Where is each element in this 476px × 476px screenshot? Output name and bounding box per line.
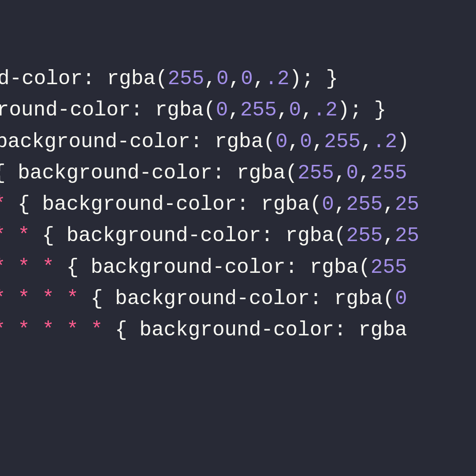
token-punct: ( [334, 224, 346, 247]
token-punct: , [288, 130, 300, 153]
token-selector: * * * [0, 256, 54, 279]
token-punct: { [103, 319, 139, 342]
code-line[interactable]: ckground-color: rgba(0,255,0,.2); } [0, 95, 476, 126]
token-number: 0 [241, 67, 253, 90]
code-line[interactable]: * * { background-color: rgba(255,25 [0, 220, 476, 252]
token-punct: : [190, 130, 215, 153]
token-punct: , [204, 67, 216, 90]
token-punct: , [253, 67, 265, 90]
token-punct: ); } [338, 99, 386, 122]
token-punct: , [383, 193, 395, 216]
token-punct: : [334, 319, 358, 342]
token-punct: : [237, 193, 261, 216]
token-number: 0 [395, 287, 407, 310]
token-func: rgba [358, 319, 407, 342]
token-punct: ( [286, 162, 298, 185]
token-property: background-color [0, 130, 190, 153]
token-number: 0 [300, 130, 312, 153]
token-punct: : [82, 67, 107, 90]
token-punct: , [228, 99, 240, 122]
token-punct: , [334, 193, 346, 216]
token-func: rgba [107, 67, 155, 90]
token-property: background-color [91, 256, 286, 279]
token-punct: ( [358, 256, 371, 279]
token-selector: * [0, 193, 6, 216]
token-func: rgba [215, 130, 263, 153]
token-punct: { [78, 287, 115, 310]
token-punct: : [310, 287, 334, 310]
code-line[interactable]: * * * { background-color: rgba(255 [0, 252, 476, 283]
token-func: rgba [286, 224, 334, 247]
token-number: 0 [289, 99, 301, 122]
token-number: 0 [322, 193, 334, 216]
token-number: 0 [346, 162, 359, 185]
token-punct: , [361, 130, 373, 153]
token-property: background-color [42, 193, 237, 216]
token-punct: : [286, 256, 310, 279]
token-number: 255 [168, 67, 205, 90]
token-number: 255 [371, 162, 407, 185]
token-punct: : [130, 99, 155, 122]
token-punct: { [54, 256, 91, 279]
token-punct: { [30, 224, 67, 247]
token-punct: ( [156, 67, 168, 90]
token-func: rgba [261, 193, 309, 216]
token-number: 255 [346, 193, 383, 216]
token-number: 255 [346, 224, 383, 247]
code-line[interactable]: * * * * * { background-color: rgba [0, 315, 476, 346]
token-punct: , [334, 162, 346, 185]
token-property: background-color [18, 162, 212, 185]
token-number: 255 [324, 130, 361, 153]
token-number: 255 [298, 162, 334, 185]
token-punct: , [277, 99, 289, 122]
token-punct: : [212, 162, 237, 185]
token-punct: : [261, 224, 285, 247]
code-line[interactable]: * { background-color: rgba(0,255,25 [0, 189, 476, 220]
token-punct: ( [310, 193, 322, 216]
token-number: .2 [373, 130, 397, 153]
token-property: ground-color [0, 67, 82, 90]
token-punct: , [301, 99, 313, 122]
token-number: 0 [216, 67, 229, 90]
code-line[interactable]: ground-color: rgba(255,0,0,.2); } [0, 63, 476, 95]
token-property: background-color [67, 224, 261, 247]
token-punct: ) [397, 130, 409, 153]
token-number: 0 [275, 130, 288, 153]
code-line[interactable]: background-color: rgba(0,0,255,.2) [0, 126, 476, 158]
token-punct: ); } [290, 67, 338, 90]
code-line[interactable]: { background-color: rgba(255,0,255 [0, 158, 476, 189]
token-number: .2 [313, 99, 338, 122]
token-number: 0 [216, 99, 228, 122]
token-func: rgba [334, 287, 383, 310]
token-punct: ( [383, 287, 395, 310]
token-number: 25 [395, 193, 419, 216]
token-punct: , [383, 224, 395, 247]
token-punct: , [229, 67, 241, 90]
token-selector: * * * * * [0, 319, 103, 342]
token-punct: ( [263, 130, 275, 153]
code-line[interactable]: * * * * { background-color: rgba(0 [0, 283, 476, 315]
token-property: ckground-color [0, 99, 130, 122]
token-number: 25 [395, 224, 419, 247]
token-number: 255 [371, 256, 407, 279]
token-number: .2 [265, 67, 289, 90]
code-editor[interactable]: ground-color: rgba(255,0,0,.2); }ckgroun… [0, 0, 476, 476]
token-func: rgba [155, 99, 204, 122]
token-punct: { [0, 162, 18, 185]
token-func: rgba [237, 162, 285, 185]
token-punct: , [358, 162, 371, 185]
token-punct: { [6, 193, 42, 216]
token-selector: * * * * [0, 287, 78, 310]
token-punct: , [312, 130, 324, 153]
token-punct: ( [204, 99, 216, 122]
token-property: background-color [115, 287, 310, 310]
token-selector: * * [0, 224, 30, 247]
token-func: rgba [310, 256, 358, 279]
token-number: 255 [240, 99, 277, 122]
token-property: background-color [139, 319, 334, 342]
